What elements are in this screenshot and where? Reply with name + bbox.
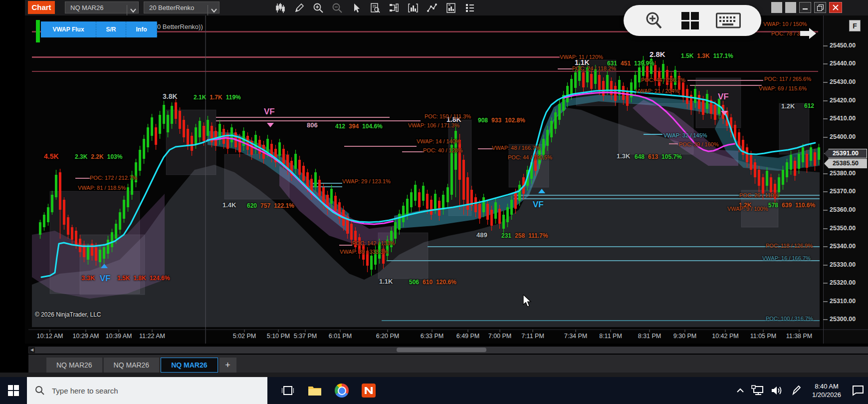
list-icon[interactable] bbox=[464, 2, 476, 14]
zoom-out-icon[interactable] bbox=[331, 2, 343, 14]
close-icon[interactable] bbox=[829, 2, 842, 13]
indicator-tab-s-r[interactable]: S/R bbox=[96, 21, 126, 37]
cursor-icon[interactable] bbox=[350, 2, 362, 14]
pencil-icon[interactable] bbox=[293, 2, 305, 14]
task-view-icon[interactable] bbox=[274, 377, 301, 404]
panel-button[interactable] bbox=[771, 2, 782, 13]
chrome-icon[interactable] bbox=[328, 377, 355, 404]
indicator-tab-vwap-flux[interactable]: VWAP Flux bbox=[41, 21, 96, 37]
period-value: 20 BetterRenko bbox=[149, 4, 194, 11]
chevron-up-icon[interactable] bbox=[736, 388, 744, 393]
panel-button[interactable] bbox=[785, 2, 796, 13]
clock-date: 1/20/2026 bbox=[808, 391, 845, 399]
search-icon bbox=[35, 386, 45, 396]
window-buttons bbox=[771, 2, 842, 13]
keyboard-icon[interactable] bbox=[716, 11, 741, 29]
doc-search-icon[interactable] bbox=[369, 2, 381, 14]
workspace-tab[interactable]: NQ MAR26 bbox=[161, 358, 217, 373]
instrument-dropdown[interactable]: NQ MAR26 bbox=[65, 1, 139, 13]
period-dropdown[interactable]: 20 BetterRenko bbox=[144, 1, 219, 13]
windows-logo-icon bbox=[8, 385, 19, 396]
system-tray: 8:40 AM 1/20/2026 bbox=[736, 377, 864, 404]
zoom-in-icon[interactable] bbox=[312, 2, 324, 14]
chart-doc-icon[interactable] bbox=[445, 2, 457, 14]
chart-hscrollbar[interactable]: ◀ bbox=[28, 347, 868, 354]
magnifier-plus-icon[interactable] bbox=[644, 10, 664, 30]
chart-menu-button[interactable]: Chart bbox=[28, 1, 55, 14]
annotation-toolbar bbox=[624, 5, 761, 36]
left-candle-bar bbox=[36, 20, 40, 42]
speaker-icon[interactable] bbox=[771, 386, 784, 396]
action-center-icon[interactable] bbox=[852, 385, 864, 396]
workspace-tabs: NQ MAR26NQ MAR26NQ MAR26+ bbox=[28, 355, 868, 373]
scrollbar-thumb[interactable] bbox=[397, 348, 486, 352]
divider bbox=[0, 373, 868, 377]
minimize-icon[interactable] bbox=[799, 2, 811, 13]
taskbar-search[interactable] bbox=[27, 377, 267, 404]
instrument-value: NQ MAR26 bbox=[70, 4, 103, 11]
scroll-left-icon[interactable]: ◀ bbox=[29, 347, 35, 353]
toolbar-icons bbox=[274, 1, 476, 14]
workspace-tab[interactable]: NQ MAR26 bbox=[46, 358, 102, 373]
path-icon[interactable] bbox=[426, 2, 438, 14]
workspace-tab[interactable]: NQ MAR26 bbox=[104, 358, 160, 373]
mouse-cursor bbox=[523, 295, 534, 308]
clock-time: 8:40 AM bbox=[808, 382, 845, 391]
price-axis[interactable] bbox=[823, 15, 868, 344]
chart-title-fragment: 0 BetterRenko)) bbox=[157, 23, 203, 30]
pen-icon[interactable] bbox=[791, 385, 801, 396]
add-tab-button[interactable]: + bbox=[219, 358, 236, 373]
restore-icon[interactable] bbox=[814, 2, 826, 13]
search-input[interactable] bbox=[51, 386, 242, 396]
file-explorer-icon[interactable] bbox=[301, 377, 328, 404]
node-icon[interactable] bbox=[388, 2, 400, 14]
fullscreen-button[interactable]: F bbox=[849, 20, 861, 31]
bar-brackets-icon[interactable] bbox=[407, 2, 419, 14]
taskbar-clock[interactable]: 8:40 AM 1/20/2026 bbox=[808, 382, 845, 399]
screen: Chart NQ MAR26 20 BetterRenko 4.5K2.3K2.… bbox=[0, 0, 868, 404]
indicator-tab-info[interactable]: Info bbox=[126, 21, 157, 37]
network-icon[interactable] bbox=[751, 385, 764, 396]
chart-plot[interactable] bbox=[25, 15, 823, 344]
arrow-right-icon bbox=[800, 27, 817, 40]
grid-icon[interactable] bbox=[680, 11, 699, 30]
candlestick-icon[interactable] bbox=[274, 2, 286, 14]
taskbar: 8:40 AM 1/20/2026 bbox=[0, 377, 868, 404]
ninjatrader-icon[interactable] bbox=[355, 377, 382, 404]
start-button[interactable] bbox=[0, 377, 27, 404]
